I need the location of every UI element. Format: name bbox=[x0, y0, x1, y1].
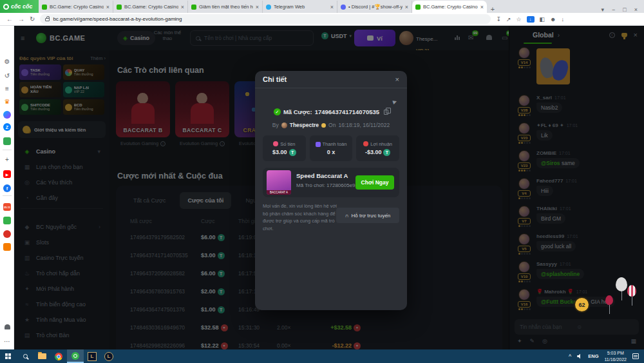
downloads-icon[interactable]: ↓ bbox=[562, 16, 565, 23]
new-messages-bubble[interactable]: 62 bbox=[574, 297, 590, 313]
forward-icon[interactable]: → bbox=[18, 15, 24, 23]
shopping-bag-icon[interactable] bbox=[3, 216, 12, 225]
close-window-icon[interactable]: × bbox=[634, 6, 638, 13]
shopee-sale-icon[interactable]: 25.11 bbox=[3, 202, 12, 211]
reading-list-icon[interactable]: ≡ bbox=[3, 84, 12, 93]
balloon-decoration bbox=[616, 277, 627, 291]
back-icon[interactable]: ← bbox=[6, 15, 13, 23]
browser-tab[interactable]: • Discord | #🏆show-off-you× bbox=[337, 1, 412, 13]
player-name[interactable]: Thespectre bbox=[290, 122, 319, 128]
modal-close-icon[interactable]: × bbox=[395, 75, 399, 83]
facebook-icon[interactable]: f bbox=[3, 184, 12, 193]
game-id-label: Mã Trò chơi: bbox=[296, 182, 325, 188]
browser-tab[interactable]: Giảm tiền mặt theo tiến hóa!× bbox=[188, 1, 263, 13]
tab-title: BC.Game: Crypto Casino Gam bbox=[423, 4, 478, 10]
bet-id-label: Mã Cược: bbox=[283, 108, 312, 115]
chrome-icon[interactable] bbox=[50, 349, 67, 363]
system-tray: ^ ENG 5:03 PM 11/16/2022 bbox=[569, 350, 644, 362]
player-avatar bbox=[281, 123, 287, 128]
browser-sidebar: ⚙ ↺ ≡ ♛ Z + ▶ f 25.11 ⋯ bbox=[0, 26, 14, 349]
settings-gear-icon[interactable]: ⚙ bbox=[3, 57, 12, 66]
games-icon[interactable] bbox=[3, 137, 12, 146]
minimize-icon[interactable]: − bbox=[612, 6, 615, 13]
tab-close-icon[interactable]: × bbox=[106, 4, 109, 10]
stat-value: $3.00 bbox=[272, 149, 287, 155]
add-app-icon[interactable]: + bbox=[3, 155, 12, 164]
league-client-icon[interactable]: L bbox=[84, 349, 100, 363]
tab-close-icon[interactable]: × bbox=[480, 4, 484, 10]
cart-icon[interactable] bbox=[3, 242, 12, 251]
taskbar-clock[interactable]: 5:03 PM 11/16/2022 bbox=[604, 350, 627, 362]
medal-icon bbox=[321, 123, 326, 128]
tab-close-icon[interactable]: × bbox=[405, 4, 408, 10]
tab-close-icon[interactable]: × bbox=[181, 4, 184, 10]
save-page-icon[interactable]: ↧ bbox=[496, 16, 501, 23]
promo-hat-icon[interactable] bbox=[3, 230, 12, 239]
stat-box-amount: Số tiền$3.00T bbox=[263, 135, 306, 161]
tabs-container: BC.Game: Crypto Casino Gam×BC.Game: Cryp… bbox=[39, 1, 498, 13]
bcgame-site: ≡ BC.GAME ◈Casino Các môn thể thao Tên t… bbox=[14, 26, 644, 349]
notification-bell-icon[interactable] bbox=[3, 322, 12, 331]
bookmark-star-icon[interactable]: ☆ bbox=[516, 16, 521, 23]
window-controls: ▾ − □ × bbox=[595, 6, 644, 13]
copy-bet-id-icon[interactable] bbox=[384, 110, 388, 115]
start-button[interactable] bbox=[0, 349, 17, 363]
telegram-favicon-icon bbox=[266, 5, 271, 10]
bet-details-modal: Chi tiết × ► ✓ Mã Cược: 1749643741714070… bbox=[255, 71, 407, 310]
tray-expand-icon[interactable]: ^ bbox=[569, 353, 571, 360]
browser-tab[interactable]: Telegram Web× bbox=[263, 1, 337, 13]
bet-id-row: ✓ Mã Cược: 1749643741714070535 bbox=[255, 108, 407, 115]
league-game-icon[interactable]: L bbox=[100, 349, 117, 363]
speaker-icon[interactable] bbox=[577, 354, 582, 359]
on-label: On bbox=[328, 122, 336, 128]
share-icon[interactable]: ↗ bbox=[506, 16, 511, 23]
modal-support-section: Mọi vấn đề, xin vui lòng liên hệ với bộ … bbox=[263, 202, 399, 233]
zalo-icon[interactable]: Z bbox=[3, 123, 12, 132]
new-tab-button[interactable]: + bbox=[487, 5, 498, 13]
history-icon[interactable]: ↺ bbox=[3, 71, 12, 80]
address-bar[interactable]: bc.game/vi/game/speed-baccarat-a-by-evol… bbox=[40, 14, 491, 24]
extensions-icon[interactable]: ◧ bbox=[540, 16, 545, 23]
tab-title: BC.Game: Crypto Casino Gam bbox=[124, 4, 178, 10]
download-active-icon[interactable]: ↓ bbox=[527, 16, 535, 23]
messenger-icon[interactable] bbox=[3, 110, 12, 119]
browser-tab[interactable]: BC.Game: Crypto Casino Gam× bbox=[113, 1, 188, 13]
maximize-icon[interactable]: □ bbox=[623, 6, 626, 13]
coccoc-taskbar-icon[interactable] bbox=[67, 349, 84, 363]
tab-search-icon[interactable]: ▾ bbox=[601, 6, 605, 13]
browser-tab[interactable]: BC.Game: Crypto Casino Gam× bbox=[412, 1, 487, 13]
sidebar-divider bbox=[3, 150, 12, 150]
profit-icon bbox=[363, 141, 368, 146]
browser-tab[interactable]: BC.Game: Crypto Casino Gam× bbox=[39, 1, 113, 13]
coccoc-brand: cốc cốc bbox=[0, 0, 39, 13]
screen: cốc cốc BC.Game: Crypto Casino Gam×BC.Ga… bbox=[0, 0, 644, 363]
stat-box-profit: Lợi nhuận-$3.00T bbox=[356, 135, 399, 161]
action-center-icon[interactable] bbox=[632, 353, 639, 359]
coccoc-brand-label: cốc cốc bbox=[11, 3, 33, 10]
payout-icon bbox=[316, 142, 321, 147]
more-options-icon[interactable]: ⋯ bbox=[3, 337, 12, 346]
coccoc-crown-icon[interactable]: ♛ bbox=[3, 97, 12, 106]
profile-icon[interactable]: ☻ bbox=[550, 16, 556, 23]
tab-title: Giảm tiền mặt theo tiến hóa! bbox=[199, 4, 253, 10]
file-explorer-icon[interactable] bbox=[33, 349, 50, 363]
live-support-label: Hỗ trợ trực tuyến bbox=[351, 213, 390, 219]
youtube-icon[interactable]: ▶ bbox=[3, 170, 12, 179]
live-support-button[interactable]: ∩ Hỗ trợ trực tuyến bbox=[336, 208, 399, 223]
browser-tabstrip: cốc cốc BC.Game: Crypto Casino Gam×BC.Ga… bbox=[0, 0, 644, 13]
taskbar-search-icon[interactable] bbox=[17, 349, 33, 363]
language-indicator[interactable]: ENG bbox=[588, 353, 598, 359]
reload-icon[interactable]: ↻ bbox=[30, 15, 35, 23]
sidebar-divider bbox=[3, 195, 12, 196]
play-now-button[interactable]: Chơi Ngay bbox=[355, 175, 394, 190]
stat-label: Số tiền bbox=[280, 141, 295, 147]
support-note: Mọi vấn đề, xin vui lòng liên hệ với bộ … bbox=[263, 202, 340, 233]
tab-close-icon[interactable]: × bbox=[256, 4, 259, 10]
game-id-value: 17280605e9... bbox=[327, 182, 359, 188]
coccoc-logo-icon bbox=[3, 4, 9, 10]
tab-title: Telegram Web bbox=[274, 4, 328, 10]
by-label: By bbox=[272, 122, 279, 128]
tab-close-icon[interactable]: × bbox=[330, 4, 334, 10]
modal-game-card: BACCARAT A Speed Baccarat A Mã Trò chơi:… bbox=[263, 168, 399, 197]
share-bet-icon[interactable]: ► bbox=[391, 97, 399, 106]
